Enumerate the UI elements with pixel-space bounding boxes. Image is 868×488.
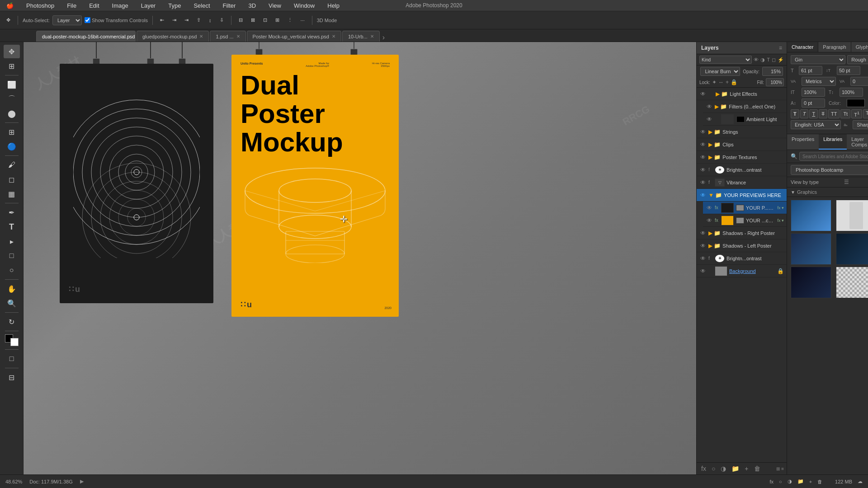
lib-thumb-6[interactable] bbox=[836, 267, 868, 298]
zoom-tool[interactable]: 🔍 bbox=[4, 296, 20, 310]
strikethrough-btn[interactable]: T bbox=[819, 109, 827, 118]
lib-thumb-5[interactable] bbox=[791, 267, 831, 298]
layer-poster-textures[interactable]: 👁 ▶ 📁 Poster Textures bbox=[697, 151, 787, 164]
menu-window[interactable]: Window bbox=[291, 1, 317, 10]
smallcaps-btn[interactable]: Tt bbox=[840, 109, 850, 118]
layer-shadows-left[interactable]: 👁 ▶ 📁 Shadows - Left Poster bbox=[697, 239, 787, 252]
kerning-input[interactable] bbox=[837, 66, 860, 75]
font-size-input[interactable] bbox=[799, 66, 822, 75]
layer-your-copy[interactable]: 👁 fx YOUR ...copy fx ▾ bbox=[703, 214, 787, 227]
ellipse-shape-tool[interactable]: ○ bbox=[4, 263, 20, 277]
type-tool[interactable]: T bbox=[4, 220, 20, 234]
layer-clips[interactable]: 👁 ▶ 📁 Clips bbox=[697, 138, 787, 151]
eye-your-copy[interactable]: 👁 bbox=[706, 217, 713, 224]
menu-filter[interactable]: Filter bbox=[220, 1, 239, 10]
menu-image[interactable]: Image bbox=[109, 1, 131, 10]
distribute2[interactable]: ⊠ bbox=[248, 16, 258, 24]
layer-light-effects[interactable]: 👁 ▶ 📁 Light Effects bbox=[697, 88, 787, 100]
more-options[interactable]: ··· bbox=[298, 16, 307, 24]
italic-btn[interactable]: T bbox=[800, 109, 809, 118]
distribute1[interactable]: ⊟ bbox=[236, 16, 245, 24]
move-tool[interactable]: ✥ bbox=[4, 45, 20, 58]
layer-vibrance[interactable]: 👁 f ▽ Vibrance bbox=[697, 176, 787, 189]
status-add-btn[interactable]: + bbox=[809, 479, 812, 484]
eye-textures[interactable]: 👁 bbox=[699, 154, 707, 161]
lock-all-btn[interactable]: 🔒 bbox=[731, 79, 737, 85]
lib-graphics-arrow[interactable]: ▼ bbox=[791, 190, 795, 195]
char-color-swatch[interactable] bbox=[847, 99, 865, 107]
align-bottom[interactable]: ⇩ bbox=[217, 16, 226, 24]
menu-help[interactable]: Help bbox=[325, 1, 342, 10]
distribute5[interactable]: ⋮ bbox=[285, 16, 295, 24]
layer-your-previews[interactable]: 👁 ▼ 📁 YOUR PREVIEWS HERE bbox=[697, 189, 787, 202]
layer-shadows-right[interactable]: 👁 ▶ 📁 Shadows - Right Poster bbox=[697, 227, 787, 239]
filter-shape-icon[interactable]: ◻ bbox=[772, 57, 776, 63]
subscript-btn[interactable]: T1 bbox=[863, 109, 868, 118]
menu-view[interactable]: View bbox=[266, 1, 284, 10]
menu-photoshop[interactable]: Photoshop bbox=[24, 1, 57, 10]
crop-tool[interactable]: ⊞ bbox=[4, 125, 20, 139]
rect-shape-tool[interactable]: □ bbox=[4, 249, 20, 263]
eye-brightness1[interactable]: 👁 bbox=[699, 166, 707, 174]
align-right[interactable]: ⇥ bbox=[182, 16, 191, 24]
eye-vibrance[interactable]: 👁 bbox=[699, 179, 707, 186]
transform-controls-checkbox[interactable] bbox=[85, 17, 90, 23]
library-select[interactable]: Photoshop Bootcamp bbox=[791, 165, 868, 175]
new-fill-btn[interactable]: ◑ bbox=[719, 464, 728, 473]
lasso-tool[interactable]: ⌒ bbox=[4, 92, 20, 106]
layer-brightness1[interactable]: 👁 f ☀ Brightn...ontrast bbox=[697, 164, 787, 176]
eye-brightness2[interactable]: 👁 bbox=[699, 255, 707, 262]
underline-btn[interactable]: T bbox=[809, 109, 818, 118]
filter-adj-icon[interactable]: ◑ bbox=[760, 57, 765, 63]
eraser-tool[interactable]: ◻ bbox=[4, 173, 20, 186]
tab-close-vertical[interactable]: ✕ bbox=[332, 34, 335, 39]
auto-select-dropdown[interactable]: Layer Group bbox=[52, 15, 82, 25]
char-tab-paragraph[interactable]: Paragraph bbox=[818, 42, 851, 52]
tab-vertical[interactable]: Poster Mock-up_vertical views.psd ✕ bbox=[247, 31, 341, 42]
lib-thumb-1[interactable] bbox=[791, 200, 831, 231]
fill-input[interactable] bbox=[766, 78, 784, 86]
lib-thumb-4[interactable] bbox=[836, 233, 868, 265]
color-swatches[interactable] bbox=[5, 334, 19, 346]
artboard-tool[interactable]: ⊞ bbox=[4, 59, 20, 73]
pen-tool[interactable]: ✒ bbox=[4, 206, 20, 219]
menu-type[interactable]: Type bbox=[165, 1, 184, 10]
tracking-value-input[interactable] bbox=[850, 77, 868, 86]
font-family-select[interactable]: Gin bbox=[791, 55, 845, 64]
layer-background[interactable]: 👁 Background 🔒 bbox=[697, 265, 787, 277]
eye-light-effects[interactable]: 👁 bbox=[699, 90, 707, 98]
lock-image-btn[interactable]: ↔ bbox=[718, 79, 724, 85]
lock-position-btn[interactable]: + bbox=[726, 79, 729, 85]
status-adj-btn[interactable]: ◑ bbox=[788, 479, 792, 484]
apple-menu[interactable]: 🍎 bbox=[4, 1, 16, 10]
char-tab-character[interactable]: Character bbox=[787, 42, 818, 52]
bold-btn[interactable]: T bbox=[791, 109, 799, 118]
move-tool-btn[interactable]: ✥ bbox=[4, 16, 13, 24]
filter-smart-icon[interactable]: ⚡ bbox=[778, 57, 784, 63]
tab-glued[interactable]: gluedposter-mockup.psd ✕ bbox=[137, 31, 209, 42]
gradient-tool[interactable]: ▦ bbox=[4, 187, 20, 201]
lib-tab-layer-comps[interactable]: Layer Comps bbox=[847, 134, 868, 150]
eye-previews[interactable]: 👁 bbox=[699, 192, 707, 199]
layers-panel-options[interactable]: ≡ bbox=[779, 45, 782, 51]
tab-close-glued[interactable]: ✕ bbox=[199, 34, 203, 39]
char-tab-glyphs[interactable]: Glyphs bbox=[851, 42, 868, 52]
status-mask-btn[interactable]: ○ bbox=[779, 479, 782, 484]
more-tabs-btn[interactable]: › bbox=[382, 33, 385, 42]
lib-thumb-2[interactable] bbox=[836, 200, 868, 231]
lock-transparent-btn[interactable]: ✦ bbox=[712, 79, 717, 85]
lib-list-view-btn[interactable]: ☰ bbox=[844, 179, 849, 185]
baseline-input[interactable] bbox=[802, 99, 825, 108]
hand-tool[interactable]: ✋ bbox=[4, 282, 20, 296]
eye-ambient[interactable]: 👁 bbox=[706, 116, 713, 123]
menu-layer[interactable]: Layer bbox=[138, 1, 159, 10]
lib-search-input[interactable] bbox=[799, 152, 868, 161]
menu-select[interactable]: Select bbox=[191, 1, 212, 10]
delete-layer-btn[interactable]: 🗑 bbox=[752, 464, 762, 473]
opacity-input[interactable] bbox=[762, 67, 783, 76]
status-fx-btn[interactable]: fx bbox=[769, 479, 774, 484]
layer-brightness2[interactable]: 👁 f ☀ Brightn...ontrast bbox=[697, 252, 787, 265]
brush-tool[interactable]: 🖌 bbox=[4, 158, 20, 172]
tracking-select[interactable]: Metrics Optical bbox=[802, 77, 836, 86]
transform-controls-label[interactable]: Show Transform Controls bbox=[85, 17, 148, 23]
